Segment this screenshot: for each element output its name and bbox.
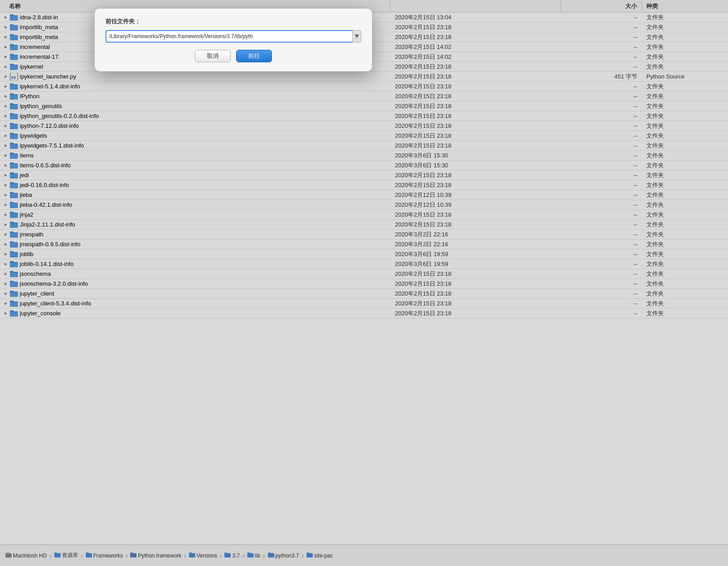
dialog-input-row xyxy=(105,30,361,43)
dialog-buttons: 取消 前往 xyxy=(105,50,361,62)
svg-marker-4 xyxy=(355,35,359,38)
dropdown-button[interactable] xyxy=(352,30,361,43)
goto-button[interactable]: 前往 xyxy=(236,50,272,62)
dialog-title: 前往文件夹： xyxy=(105,17,361,26)
folder-path-input[interactable] xyxy=(105,30,353,43)
cancel-button[interactable]: 取消 xyxy=(195,50,231,62)
modal-overlay: 前往文件夹： 取消 前往 xyxy=(0,0,728,566)
goto-folder-dialog: 前往文件夹： 取消 前往 xyxy=(94,8,373,72)
